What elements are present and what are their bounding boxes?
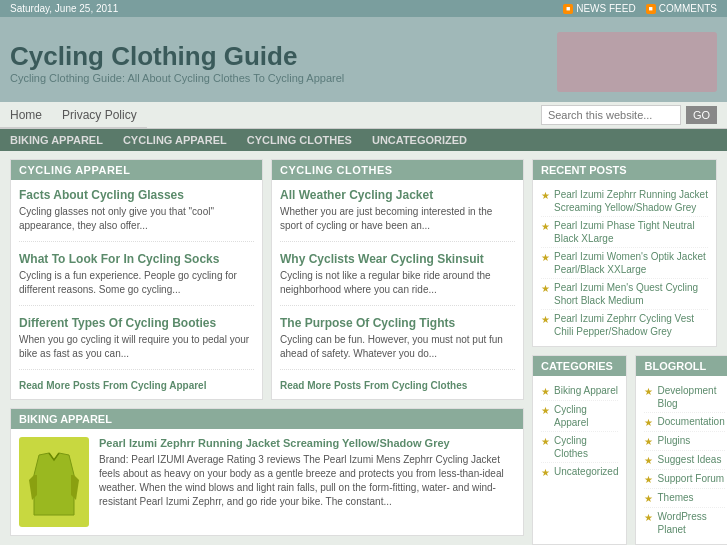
feed-links: ■ NEWS FEED ■ COMMENTS [563,3,717,14]
star-icon: ★ [541,282,550,295]
top-bar: Saturday, June 25, 2011 ■ NEWS FEED ■ CO… [0,0,727,17]
star-icon: ★ [644,416,653,429]
recent-posts-header: RECENT POSTS [533,160,716,180]
comments-link[interactable]: ■ COMMENTS [646,3,717,14]
star-icon: ★ [541,466,550,479]
categories-box: CATEGORIES ★ Biking Apparel ★ Cycling Ap… [532,355,627,545]
blogroll-header: BLOGROLL [636,356,727,376]
recent-post-link[interactable]: Pearl Izumi Zephrr Running Jacket Scream… [554,188,708,214]
nav-home[interactable]: Home [10,108,42,122]
blogroll-link[interactable]: Documentation [657,415,724,428]
recent-posts-body: ★ Pearl Izumi Zephrr Running Jacket Scre… [533,180,716,346]
post-title[interactable]: Different Types Of Cycling Booties [19,316,254,330]
catnav-cycling-apparel[interactable]: CYCLING APPAREL [123,134,227,146]
list-item: ★ Cycling Clothes [541,432,618,463]
cycling-apparel-body: Facts About Cycling Glasses Cycling glas… [11,180,262,399]
category-link[interactable]: Uncategorized [554,465,618,478]
recent-post-link[interactable]: Pearl Izumi Phase Tight Neutral Black XL… [554,219,708,245]
star-icon: ★ [644,473,653,486]
star-icon: ★ [644,435,653,448]
post-excerpt: Whether you are just becoming interested… [280,205,515,233]
post-excerpt: Cycling is a fun experience. People go c… [19,269,254,297]
biking-apparel-header: BIKING APPAREL [11,409,523,429]
categories-body: ★ Biking Apparel ★ Cycling Apparel ★ Cyc… [533,376,626,487]
star-icon: ★ [541,313,550,326]
recent-post-link[interactable]: Pearl Izumi Men's Quest Cycling Short Bl… [554,281,708,307]
categories-header: CATEGORIES [533,356,626,376]
recent-posts-box: RECENT POSTS ★ Pearl Izumi Zephrr Runnin… [532,159,717,347]
blogroll-link[interactable]: Support Forum [657,472,724,485]
site-title: Cycling Clothing Guide [10,41,344,72]
category-nav: BIKING APPAREL CYCLING APPAREL CYCLING C… [0,129,727,151]
cycling-clothes-header: CYCLING CLOTHES [272,160,523,180]
list-item: ★ Pearl Izumi Phase Tight Neutral Black … [541,217,708,248]
blogroll-link[interactable]: Plugins [657,434,690,447]
blogroll-link[interactable]: Development Blog [657,384,724,410]
nav-privacy[interactable]: Privacy Policy [62,108,137,122]
star-icon: ★ [644,454,653,467]
post-excerpt: Cycling glasses not only give you that "… [19,205,254,233]
star-icon: ★ [541,220,550,233]
list-item: ★ Suggest Ideas [644,451,724,470]
recent-post-link[interactable]: Pearl Izumi Zephrr Cycling Vest Chili Pe… [554,312,708,338]
star-icon: ★ [541,189,550,202]
date-label: Saturday, June 25, 2011 [10,3,118,14]
biking-apparel-text: Pearl Izumi Zephrr Running Jacket Scream… [99,437,515,527]
star-icon: ★ [644,385,653,398]
site-subtitle: Cycling Clothing Guide: All About Cyclin… [10,72,344,84]
read-more-cycling-apparel[interactable]: Read More Posts From Cycling Apparel [19,380,254,391]
recent-post-link[interactable]: Pearl Izumi Women's Optik Jacket Pearl/B… [554,250,708,276]
jacket-image [19,437,89,527]
post-item: Different Types Of Cycling Booties When … [19,316,254,370]
list-item: ★ Pearl Izumi Zephrr Cycling Vest Chili … [541,310,708,340]
catnav-uncategorized[interactable]: UNCATEGORIZED [372,134,467,146]
post-item: All Weather Cycling Jacket Whether you a… [280,188,515,242]
list-item: ★ Uncategorized [541,463,618,481]
catnav-cycling-clothes[interactable]: CYCLING CLOTHES [247,134,352,146]
read-more-cycling-clothes[interactable]: Read More Posts From Cycling Clothes [280,380,515,391]
search-button[interactable]: GO [686,106,717,124]
list-item: ★ Pearl Izumi Men's Quest Cycling Short … [541,279,708,310]
main-nav: Home Privacy Policy [0,103,147,128]
post-title[interactable]: Why Cyclists Wear Cycling Skinsuit [280,252,515,266]
post-title[interactable]: Facts About Cycling Glasses [19,188,254,202]
blogroll-link[interactable]: Themes [657,491,693,504]
list-item: ★ WordPress Planet [644,508,724,538]
star-icon: ★ [541,385,550,398]
blogroll-link[interactable]: WordPress Planet [657,510,724,536]
main-content: CYCLING APPAREL Facts About Cycling Glas… [0,151,727,545]
jacket-svg [29,445,79,520]
rss-icon-comments: ■ [646,4,656,14]
list-item: ★ Development Blog [644,382,724,413]
post-item: The Purpose Of Cycling Tights Cycling ca… [280,316,515,370]
blogroll-link[interactable]: Suggest Ideas [657,453,721,466]
post-item: Why Cyclists Wear Cycling Skinsuit Cycli… [280,252,515,306]
list-item: ★ Themes [644,489,724,508]
catnav-biking[interactable]: BIKING APPAREL [10,134,103,146]
post-title[interactable]: What To Look For In Cycling Socks [19,252,254,266]
search-input[interactable] [541,105,681,125]
category-link[interactable]: Cycling Apparel [554,403,618,429]
content-columns: CYCLING APPAREL Facts About Cycling Glas… [10,159,524,400]
post-item: Facts About Cycling Glasses Cycling glas… [19,188,254,242]
star-icon: ★ [541,251,550,264]
category-link[interactable]: Biking Apparel [554,384,618,397]
post-excerpt: Cycling can be fun. However, you must no… [280,333,515,361]
search-bar: GO [531,102,727,128]
biking-apparel-section: BIKING APPAREL Pearl Izumi Zephrr Runnin… [10,408,524,536]
biking-post-title[interactable]: Pearl Izumi Zephrr Running Jacket Scream… [99,437,515,449]
post-title[interactable]: The Purpose Of Cycling Tights [280,316,515,330]
header-image [557,32,717,92]
site-header: Cycling Clothing Guide Cycling Clothing … [0,17,727,102]
post-excerpt: Cycling is not like a regular bike ride … [280,269,515,297]
cycling-apparel-column: CYCLING APPAREL Facts About Cycling Glas… [10,159,263,400]
list-item: ★ Support Forum [644,470,724,489]
category-link[interactable]: Cycling Clothes [554,434,618,460]
cat-blog-row: CATEGORIES ★ Biking Apparel ★ Cycling Ap… [532,355,717,545]
list-item: ★ Pearl Izumi Zephrr Running Jacket Scre… [541,186,708,217]
post-title[interactable]: All Weather Cycling Jacket [280,188,515,202]
star-icon: ★ [644,492,653,505]
site-title-area: Cycling Clothing Guide Cycling Clothing … [10,41,344,84]
newsfeed-link[interactable]: ■ NEWS FEED [563,3,635,14]
biking-post-excerpt: Brand: Pearl IZUMI Average Rating 3 revi… [99,453,515,509]
